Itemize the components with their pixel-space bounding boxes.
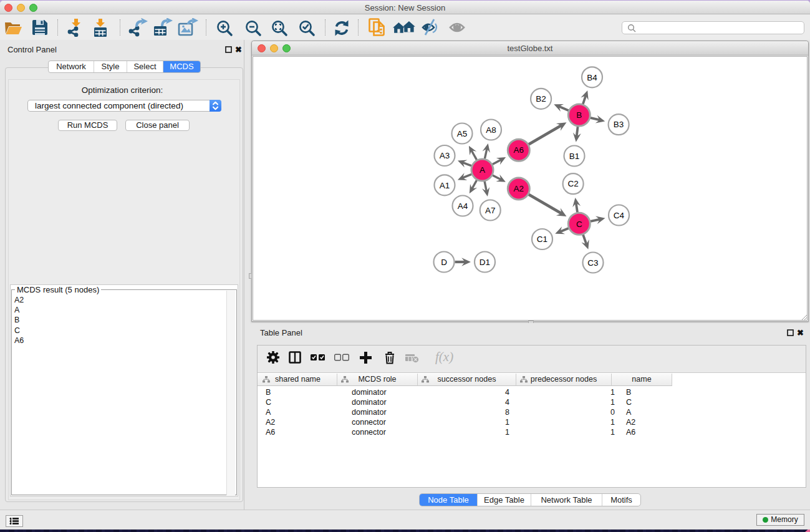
svg-text:C3: C3 [587,258,598,268]
svg-text:A6: A6 [514,145,524,155]
svg-text:A4: A4 [458,201,468,211]
svg-text:C: C [576,220,582,229]
svg-text:A7: A7 [485,206,496,215]
svg-text:B: B [576,110,582,120]
svg-text:A: A [480,165,485,175]
svg-text:C2: C2 [567,179,578,188]
svg-text:C4: C4 [614,211,625,220]
svg-text:B2: B2 [536,94,546,104]
svg-text:A5: A5 [457,129,468,138]
svg-text:A3: A3 [440,151,450,160]
svg-text:B4: B4 [587,73,597,82]
svg-text:C1: C1 [537,235,547,244]
svg-text:A1: A1 [440,181,450,190]
svg-text:D1: D1 [480,258,490,267]
svg-text:B3: B3 [614,120,624,129]
svg-text:D: D [441,258,447,267]
svg-text:A2: A2 [514,184,524,193]
svg-text:A8: A8 [486,125,496,135]
svg-text:B1: B1 [569,152,580,161]
